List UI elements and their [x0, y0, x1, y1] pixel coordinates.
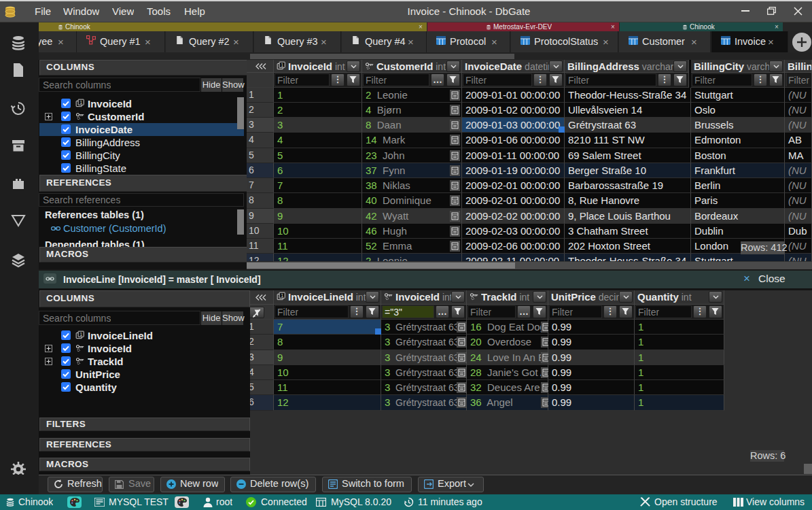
svg-text:1: 1: [80, 332, 82, 337]
svg-text:1: 1: [281, 293, 283, 298]
svg-text:1: 1: [281, 63, 283, 67]
svg-text:1: 1: [80, 100, 82, 105]
